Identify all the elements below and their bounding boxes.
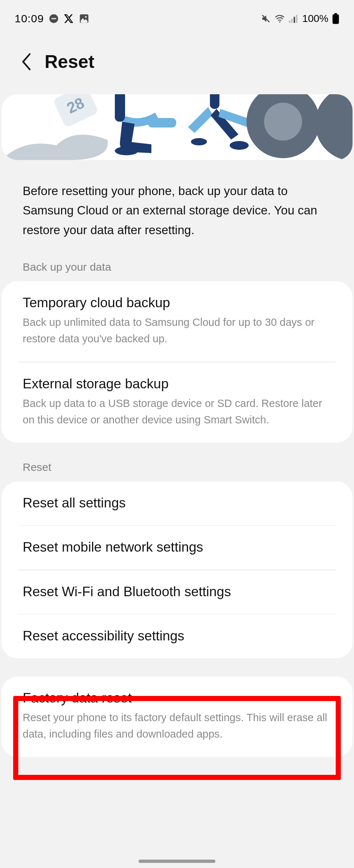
svg-rect-12 <box>332 14 339 24</box>
item-desc: Back up data to a USB storage device or … <box>23 395 331 428</box>
svg-rect-10 <box>296 15 298 23</box>
item-reset-accessibility[interactable]: Reset accessibility settings <box>1 614 353 658</box>
status-bar: 10:09 6 100% <box>0 0 354 29</box>
item-external-storage-backup[interactable]: External storage backup Back up data to … <box>1 362 353 443</box>
wifi-icon: 6 <box>274 14 285 23</box>
svg-rect-16 <box>148 118 176 127</box>
item-title: Temporary cloud backup <box>23 295 331 311</box>
back-button[interactable] <box>21 53 32 71</box>
item-temporary-cloud-backup[interactable]: Temporary cloud backup Back up unlimited… <box>1 281 353 362</box>
item-title: Reset mobile network settings <box>23 540 331 555</box>
x-app-icon <box>64 14 74 24</box>
svg-text:6: 6 <box>281 15 283 19</box>
hero-illustration: 28 <box>1 94 353 160</box>
item-title: Factory data reset <box>23 690 331 706</box>
item-title: Reset all settings <box>23 495 331 511</box>
battery-text: 100% <box>302 13 328 24</box>
dnd-icon <box>49 14 59 23</box>
factory-group: Factory data reset Reset your phone to i… <box>1 677 353 757</box>
item-reset-mobile-network[interactable]: Reset mobile network settings <box>1 526 353 570</box>
page-title: Reset <box>45 51 94 72</box>
svg-rect-8 <box>291 19 293 23</box>
section-label-reset: Reset <box>0 461 354 481</box>
section-label-backup: Back up your data <box>0 261 354 281</box>
status-clock: 10:09 <box>15 12 44 25</box>
mute-icon <box>261 14 271 23</box>
item-reset-all-settings[interactable]: Reset all settings <box>1 481 353 525</box>
page-header: Reset <box>0 29 354 94</box>
svg-point-17 <box>115 146 138 155</box>
nav-bar-handle[interactable] <box>139 860 215 863</box>
svg-point-20 <box>191 138 207 145</box>
svg-point-23 <box>315 94 353 160</box>
item-title: External storage backup <box>23 376 331 392</box>
svg-rect-9 <box>294 17 295 23</box>
item-title: Reset Wi-Fi and Bluetooth settings <box>23 584 331 599</box>
svg-point-19 <box>230 141 249 150</box>
svg-point-5 <box>279 21 281 23</box>
svg-rect-7 <box>289 20 290 23</box>
gallery-icon <box>79 14 89 24</box>
svg-point-3 <box>85 16 87 18</box>
item-title: Reset accessibility settings <box>23 628 331 644</box>
item-reset-wifi-bluetooth[interactable]: Reset Wi-Fi and Bluetooth settings <box>1 570 353 614</box>
item-desc: Reset your phone to its factory default … <box>23 709 331 742</box>
svg-rect-18 <box>210 94 219 109</box>
signal-icon <box>289 14 298 23</box>
reset-group: Reset all settings Reset mobile network … <box>1 481 353 659</box>
svg-rect-1 <box>52 18 56 19</box>
backup-group: Temporary cloud backup Back up unlimited… <box>1 281 353 442</box>
svg-rect-15 <box>115 94 125 122</box>
item-factory-data-reset[interactable]: Factory data reset Reset your phone to i… <box>1 677 353 757</box>
item-desc: Back up unlimited data to Samsung Cloud … <box>23 314 331 347</box>
svg-point-22 <box>264 103 302 141</box>
battery-icon <box>332 13 339 24</box>
intro-text: Before resetting your phone, back up you… <box>0 160 354 261</box>
